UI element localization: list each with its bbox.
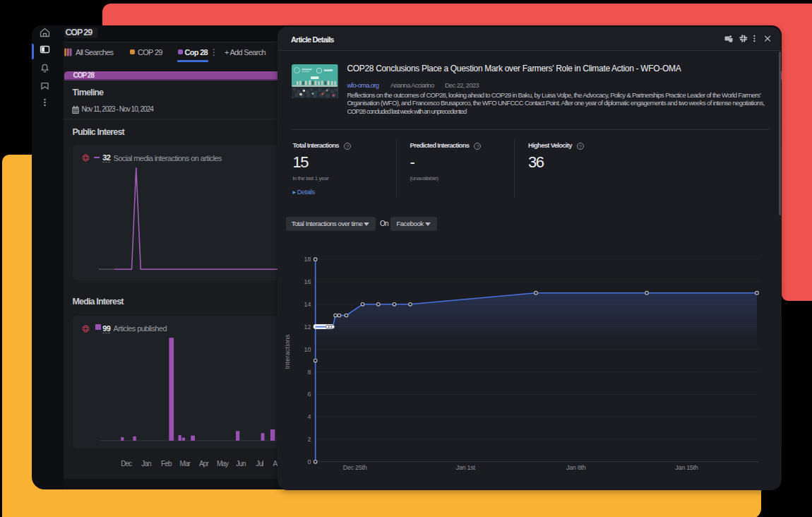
svg-text:4: 4 xyxy=(307,413,311,420)
svg-text:16: 16 xyxy=(304,278,311,285)
svg-text:18: 18 xyxy=(304,256,311,263)
svg-text:Jan 15th: Jan 15th xyxy=(675,464,698,471)
svg-text:Interactions: Interactions xyxy=(283,334,291,369)
svg-text:14: 14 xyxy=(304,301,311,308)
svg-text:2: 2 xyxy=(307,436,311,443)
svg-text:Jan 8th: Jan 8th xyxy=(566,464,586,471)
svg-text:0: 0 xyxy=(307,458,311,465)
svg-text:8: 8 xyxy=(307,369,311,376)
svg-text:6: 6 xyxy=(307,391,311,398)
svg-text:Jan 1st: Jan 1st xyxy=(456,464,476,471)
svg-text:Dec 25th: Dec 25th xyxy=(343,464,367,471)
svg-text:10: 10 xyxy=(304,346,311,353)
svg-text:12: 12 xyxy=(304,323,311,331)
